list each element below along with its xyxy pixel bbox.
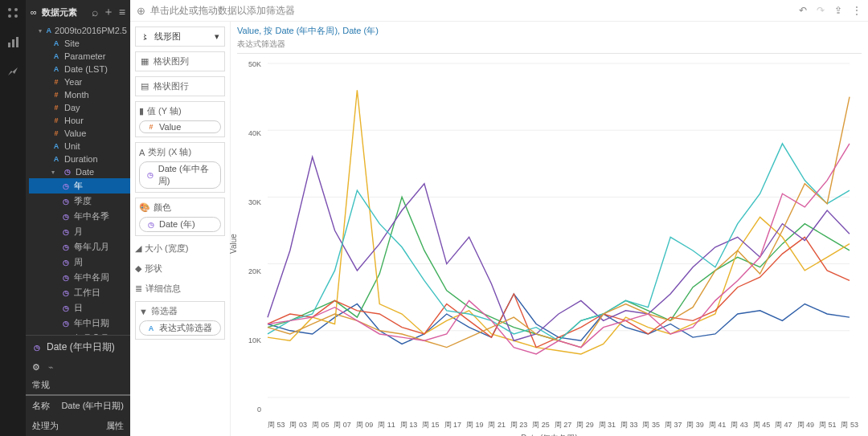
color-shelf[interactable]: 🎨颜色 ◷Date (年)	[135, 198, 225, 236]
trellis-col[interactable]: ▦格状图列	[135, 51, 225, 71]
nav-settings-icon[interactable]	[6, 66, 19, 81]
x-axis-label: Date (年中各周)	[237, 433, 862, 436]
svg-point-2	[8, 14, 11, 18]
menu-icon[interactable]: ≡	[119, 6, 125, 18]
svg-rect-5	[12, 39, 14, 47]
svg-rect-6	[16, 37, 18, 47]
svg-point-1	[14, 8, 18, 11]
svg-point-3	[14, 14, 18, 18]
redo-icon[interactable]: ↷	[817, 5, 825, 16]
line-chart-svg	[253, 59, 864, 412]
chart-subtitle: 表达式筛选器	[237, 39, 862, 50]
line-chart-icon: 〻	[141, 32, 149, 42]
filter-hint[interactable]: 单击此处或拖动数据以添加筛选器	[150, 4, 295, 18]
shape-shelf[interactable]: ◆形状	[135, 261, 225, 276]
x-axis-shelf[interactable]: A类别 (X 轴) ◷Date (年中各周)	[135, 142, 225, 193]
size-shelf[interactable]: ◢大小 (宽度)	[135, 241, 225, 256]
x-ticks: 周 53周 03周 05周 07周 09周 11周 13周 15周 17周 19…	[268, 420, 858, 430]
filter-shelf[interactable]: ▼筛选器 A表达式筛选器	[135, 301, 225, 340]
svg-rect-4	[8, 43, 10, 47]
svg-point-0	[8, 8, 11, 11]
detail-shelf[interactable]: ≣详细信息	[135, 281, 225, 296]
tree-item-year[interactable]: ◷年	[29, 178, 130, 194]
chart-canvas[interactable]: 50K40K30K20K10K0 Value 周 53周 03周 05周 07周…	[237, 53, 862, 417]
field-tree[interactable]: ▾A2009to2016PM2.5 ASite AParameter ADate…	[26, 24, 130, 335]
share-icon[interactable]: ⇪	[834, 5, 842, 16]
y-axis-shelf[interactable]: ▮值 (Y 轴) #Value	[135, 101, 225, 137]
y-axis-label: Value	[229, 234, 238, 254]
tag-icon[interactable]: ⌁	[48, 362, 54, 373]
add-icon[interactable]: ＋	[103, 5, 114, 19]
logo-icon: ∞	[31, 7, 37, 17]
chart-title: Value, 按 Date (年中各周), Date (年)	[237, 25, 862, 37]
viz-type-select[interactable]: 〻线形图▾	[135, 26, 225, 47]
more-icon[interactable]: ⋮	[852, 5, 862, 16]
search-icon[interactable]: ⌕	[92, 6, 98, 18]
nav-bar-icon[interactable]	[6, 36, 19, 51]
trellis-row[interactable]: ▤格状图行	[135, 76, 225, 96]
add-filter-icon[interactable]: ⊕	[137, 5, 145, 17]
tab-general[interactable]: 常规	[26, 376, 130, 396]
prop-title: Date (年中日期)	[47, 340, 115, 354]
panel-title: 数据元素	[42, 6, 87, 18]
gear-icon[interactable]: ⚙	[32, 362, 40, 373]
nav-data-icon[interactable]	[6, 6, 19, 22]
undo-icon[interactable]: ↶	[799, 5, 807, 16]
